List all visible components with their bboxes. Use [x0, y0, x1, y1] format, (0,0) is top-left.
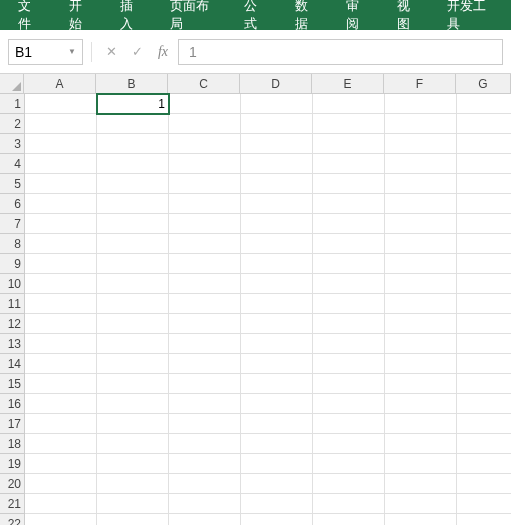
cell-G10[interactable] — [457, 274, 511, 294]
cell-C21[interactable] — [169, 494, 241, 514]
cell-A7[interactable] — [25, 214, 97, 234]
select-all-corner[interactable] — [0, 74, 24, 94]
cell-A15[interactable] — [25, 374, 97, 394]
cell-A10[interactable] — [25, 274, 97, 294]
cell-A19[interactable] — [25, 454, 97, 474]
cell-E15[interactable] — [313, 374, 385, 394]
cell-C14[interactable] — [169, 354, 241, 374]
row-header-11[interactable]: 11 — [0, 294, 25, 314]
cell-C11[interactable] — [169, 294, 241, 314]
fx-button[interactable]: fx — [152, 41, 174, 63]
cell-C20[interactable] — [169, 474, 241, 494]
cell-E22[interactable] — [313, 514, 385, 525]
cell-E18[interactable] — [313, 434, 385, 454]
cell-A3[interactable] — [25, 134, 97, 154]
cell-G2[interactable] — [457, 114, 511, 134]
cell-B21[interactable] — [97, 494, 169, 514]
row-header-17[interactable]: 17 — [0, 414, 25, 434]
cell-G13[interactable] — [457, 334, 511, 354]
cell-G8[interactable] — [457, 234, 511, 254]
cell-F2[interactable] — [385, 114, 457, 134]
row-header-16[interactable]: 16 — [0, 394, 25, 414]
cell-B13[interactable] — [97, 334, 169, 354]
row-header-15[interactable]: 15 — [0, 374, 25, 394]
cell-C1[interactable] — [169, 94, 241, 114]
column-header-F[interactable]: F — [384, 74, 456, 94]
cell-D16[interactable] — [241, 394, 313, 414]
column-header-A[interactable]: A — [24, 74, 96, 94]
cell-D7[interactable] — [241, 214, 313, 234]
cell-F15[interactable] — [385, 374, 457, 394]
cell-A21[interactable] — [25, 494, 97, 514]
cell-F16[interactable] — [385, 394, 457, 414]
row-header-20[interactable]: 20 — [0, 474, 25, 494]
cell-D9[interactable] — [241, 254, 313, 274]
cell-C7[interactable] — [169, 214, 241, 234]
cell-G14[interactable] — [457, 354, 511, 374]
cell-D11[interactable] — [241, 294, 313, 314]
cell-E16[interactable] — [313, 394, 385, 414]
cell-A4[interactable] — [25, 154, 97, 174]
cell-G22[interactable] — [457, 514, 511, 525]
row-header-13[interactable]: 13 — [0, 334, 25, 354]
cell-F5[interactable] — [385, 174, 457, 194]
cell-B22[interactable] — [97, 514, 169, 525]
row-header-10[interactable]: 10 — [0, 274, 25, 294]
row-header-5[interactable]: 5 — [0, 174, 25, 194]
cell-B19[interactable] — [97, 454, 169, 474]
cell-G16[interactable] — [457, 394, 511, 414]
cell-F9[interactable] — [385, 254, 457, 274]
cell-E10[interactable] — [313, 274, 385, 294]
cell-D19[interactable] — [241, 454, 313, 474]
cell-A18[interactable] — [25, 434, 97, 454]
cell-D18[interactable] — [241, 434, 313, 454]
cell-E12[interactable] — [313, 314, 385, 334]
row-header-3[interactable]: 3 — [0, 134, 25, 154]
column-header-B[interactable]: B — [96, 74, 168, 94]
cell-F4[interactable] — [385, 154, 457, 174]
ribbon-tab-6[interactable]: 审阅 — [332, 0, 383, 30]
cell-F10[interactable] — [385, 274, 457, 294]
cell-D17[interactable] — [241, 414, 313, 434]
cell-C15[interactable] — [169, 374, 241, 394]
cell-B15[interactable] — [97, 374, 169, 394]
cell-B5[interactable] — [97, 174, 169, 194]
cell-D10[interactable] — [241, 274, 313, 294]
cell-B14[interactable] — [97, 354, 169, 374]
cell-B3[interactable] — [97, 134, 169, 154]
cell-G9[interactable] — [457, 254, 511, 274]
cell-F22[interactable] — [385, 514, 457, 525]
cell-F13[interactable] — [385, 334, 457, 354]
cell-E5[interactable] — [313, 174, 385, 194]
row-header-19[interactable]: 19 — [0, 454, 25, 474]
cell-C17[interactable] — [169, 414, 241, 434]
ribbon-tab-7[interactable]: 视图 — [383, 0, 434, 30]
cell-E17[interactable] — [313, 414, 385, 434]
cell-C3[interactable] — [169, 134, 241, 154]
cell-D15[interactable] — [241, 374, 313, 394]
cell-D21[interactable] — [241, 494, 313, 514]
ribbon-tab-0[interactable]: 文件 — [4, 0, 55, 30]
cell-D5[interactable] — [241, 174, 313, 194]
cell-E9[interactable] — [313, 254, 385, 274]
cell-E1[interactable] — [313, 94, 385, 114]
cell-B8[interactable] — [97, 234, 169, 254]
row-header-4[interactable]: 4 — [0, 154, 25, 174]
cell-G12[interactable] — [457, 314, 511, 334]
column-header-D[interactable]: D — [240, 74, 312, 94]
cell-G5[interactable] — [457, 174, 511, 194]
cell-F14[interactable] — [385, 354, 457, 374]
cell-E8[interactable] — [313, 234, 385, 254]
cell-D1[interactable] — [241, 94, 313, 114]
cell-A12[interactable] — [25, 314, 97, 334]
cell-E2[interactable] — [313, 114, 385, 134]
cell-B4[interactable] — [97, 154, 169, 174]
cell-G18[interactable] — [457, 434, 511, 454]
row-header-6[interactable]: 6 — [0, 194, 25, 214]
cell-E21[interactable] — [313, 494, 385, 514]
cell-E6[interactable] — [313, 194, 385, 214]
row-header-12[interactable]: 12 — [0, 314, 25, 334]
column-header-E[interactable]: E — [312, 74, 384, 94]
cell-C12[interactable] — [169, 314, 241, 334]
row-header-21[interactable]: 21 — [0, 494, 25, 514]
